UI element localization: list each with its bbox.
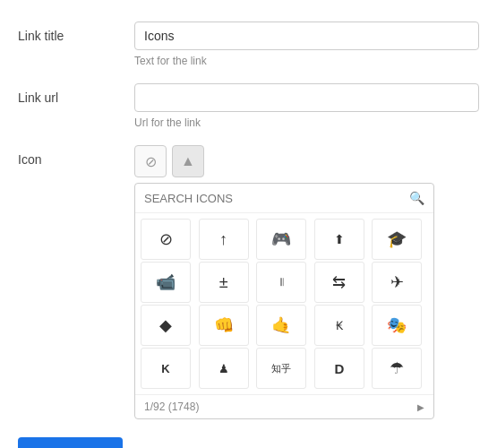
link-url-label: Link url xyxy=(18,83,134,105)
link-url-row: Link url Url for the link xyxy=(18,83,479,129)
icon-search-input[interactable] xyxy=(144,192,409,205)
link-title-content: Text for the link xyxy=(134,22,479,67)
link-title-label: Link title xyxy=(18,22,134,43)
icon-cell[interactable]: 👊 xyxy=(199,305,249,346)
icon-cell[interactable]: ◆ xyxy=(141,305,191,346)
icon-pagination: 1/92 (1748) xyxy=(144,401,199,413)
icon-cell[interactable]: D xyxy=(314,348,364,389)
add-another-button[interactable]: Add Another xyxy=(18,437,123,448)
icon-cell[interactable]: ± xyxy=(199,262,249,303)
icon-cell[interactable]: ₭ xyxy=(314,305,364,346)
icon-cell[interactable]: ✈ xyxy=(372,262,422,303)
icon-preview-row: ⊘ ▲ xyxy=(134,145,479,177)
link-title-input[interactable] xyxy=(134,22,479,50)
icon-cell[interactable]: ↑ xyxy=(199,219,249,260)
icon-search-row: 🔍 xyxy=(135,184,433,213)
link-title-row: Link title Text for the link xyxy=(18,22,479,67)
icon-cell[interactable]: K xyxy=(141,348,191,389)
icon-dropdown: 🔍 ⊘ ↑ 🎮 ⬆ 🎓 📹 ± ⦀ ⇆ ✈ ◆ � xyxy=(134,183,434,419)
link-url-input[interactable] xyxy=(134,83,479,112)
icon-cell[interactable]: 🎭 xyxy=(372,305,422,346)
icon-preview-no-icon[interactable]: ⊘ xyxy=(134,145,167,177)
icon-preview-toggle[interactable]: ▲ xyxy=(172,145,204,177)
icon-cell[interactable]: 📹 xyxy=(141,262,191,303)
icon-cell[interactable]: ♟ xyxy=(199,348,249,389)
icon-cell[interactable]: ☂ xyxy=(372,348,422,389)
link-url-hint: Url for the link xyxy=(134,116,479,129)
icon-picker-wrapper: ⊘ ▲ 🔍 ⊘ ↑ 🎮 ⬆ 🎓 📹 ± ⦀ xyxy=(134,145,479,419)
search-icon: 🔍 xyxy=(409,191,424,205)
icon-cell[interactable]: 🎓 xyxy=(372,219,422,260)
next-page-icon[interactable]: ▶ xyxy=(417,402,424,412)
link-url-content: Url for the link xyxy=(134,83,479,129)
icon-cell[interactable]: 🤙 xyxy=(256,305,306,346)
icon-cell[interactable]: ⇆ xyxy=(314,262,364,303)
icon-row: Icon ⊘ ▲ 🔍 ⊘ ↑ 🎮 ⬆ 🎓 📹 xyxy=(18,145,479,419)
icon-footer: 1/92 (1748) ▶ xyxy=(135,394,433,418)
icon-cell[interactable]: 知乎 xyxy=(256,348,306,389)
icon-cell[interactable]: 🎮 xyxy=(256,219,306,260)
icon-label: Icon xyxy=(18,145,134,167)
icon-cell[interactable]: ⦀ xyxy=(256,262,306,303)
icon-cell[interactable]: ⊘ xyxy=(141,219,191,260)
icon-cell[interactable]: ⬆ xyxy=(314,219,364,260)
icon-grid: ⊘ ↑ 🎮 ⬆ 🎓 📹 ± ⦀ ⇆ ✈ ◆ 👊 🤙 ₭ 🎭 xyxy=(135,213,433,394)
link-title-hint: Text for the link xyxy=(134,55,479,67)
form-panel: Link title Text for the link Link url Ur… xyxy=(0,0,497,448)
